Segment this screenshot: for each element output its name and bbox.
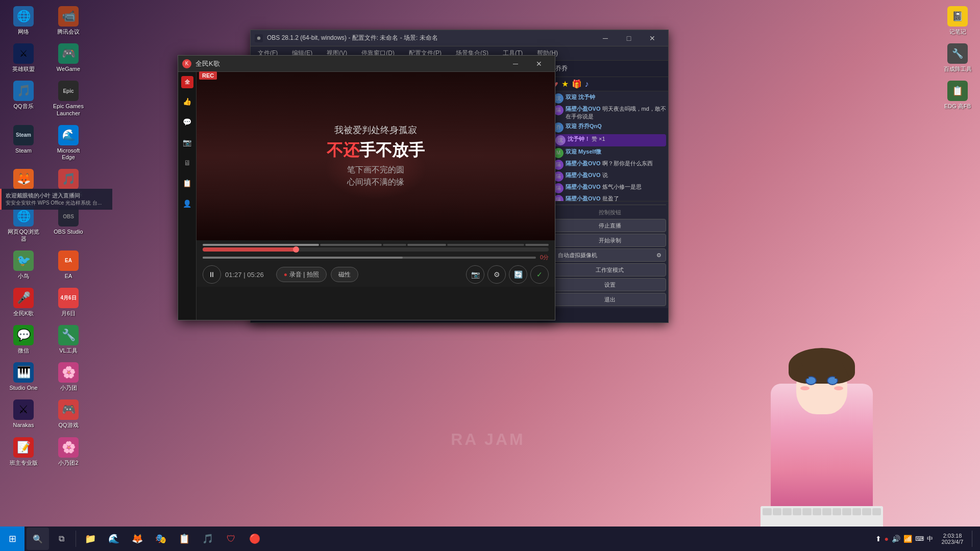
vl-label: VL工具 bbox=[59, 347, 77, 354]
chat-msg-2-text: 隔壁小盈OVO 明天夜去吗哦，md，敢不在手你说是 bbox=[566, 105, 666, 121]
obs-virtual-camera-settings-icon[interactable]: ⚙ bbox=[656, 252, 662, 259]
file-explorer-icon: 📁 bbox=[85, 533, 96, 544]
desktop-icon-vl[interactable]: 🔧 VL工具 bbox=[49, 323, 88, 356]
desktop-icon-xiaonai[interactable]: 🌸 小乃团 bbox=[49, 360, 88, 393]
desktop-icon-steam[interactable]: Steam Steam bbox=[4, 123, 43, 163]
show-desktop-button[interactable] bbox=[972, 531, 974, 547]
desktop-icon-bird[interactable]: 🐦 小鸟 bbox=[4, 248, 43, 282]
network-label: 网络 bbox=[18, 29, 29, 35]
ktv-playback-bar[interactable] bbox=[203, 247, 549, 252]
desktop-icon-qqbrowser[interactable]: 🌐 网页QQ浏览器 bbox=[4, 204, 43, 244]
taskbar-start-button[interactable]: ⊞ bbox=[0, 527, 24, 551]
key5 bbox=[802, 508, 812, 515]
taskbar-system-tray: ⬆ ● 🔊 📶 ⌨ 中 2:03:18 2023/4/7 bbox=[875, 531, 980, 547]
tool-icon: 🔧 bbox=[947, 43, 968, 64]
ktv-sidebar: 全 👍 💬 📷 🖥 📋 👤 bbox=[178, 72, 197, 320]
ktv-sidebar-playlist-icon[interactable]: 📋 bbox=[180, 176, 194, 190]
desktop-icons-right: 📓 记笔记 🔧 百成阵工具 📋 EDG 高FB bbox=[939, 4, 976, 112]
ktv-record-photo-button[interactable]: ● 录音 | 拍照 bbox=[276, 267, 327, 282]
chat-msg-7-text: 隔壁小盈OVO 炼气小修一是思 bbox=[566, 183, 642, 193]
key12 bbox=[872, 508, 881, 515]
tray-icon-4: 📶 bbox=[903, 535, 912, 543]
taskbar-task-view[interactable]: ⧉ bbox=[50, 528, 72, 550]
taskbar-app6[interactable]: 🎵 bbox=[197, 528, 219, 550]
desktop-icon-wegame[interactable]: 🎮 WeGame bbox=[49, 41, 88, 74]
desktop-icon-epic[interactable]: Epic Epic Games Launcher bbox=[49, 79, 88, 118]
desktop-icon-april[interactable]: 4月6日 月6日 bbox=[49, 286, 88, 319]
desktop-icon-ea[interactable]: EA EA bbox=[49, 248, 88, 282]
ktv-minimize-button[interactable]: ─ bbox=[504, 56, 527, 72]
ktv-loop-button[interactable]: 🔄 bbox=[509, 265, 527, 284]
desktop-icon-lol[interactable]: ⚔ 英雄联盟 bbox=[4, 41, 43, 74]
floating-notification: 欢迎戴眼镜的小叶 进入直播间 安安全安软件 WPS Office 光边样系统 台… bbox=[0, 189, 112, 210]
ktv-sidebar-like-icon[interactable]: 👍 bbox=[180, 94, 194, 109]
chat-msg-3-text: 双迎 乔乔QnQ bbox=[566, 122, 602, 133]
obs-titlebar: ⏺ OBS 28.1.2 (64-bit, windows) - 配置文件: 未… bbox=[251, 30, 668, 46]
ktv-pause-button[interactable]: ⏸ bbox=[203, 265, 221, 284]
desktop-icon-narakas[interactable]: ⚔ Narakas bbox=[4, 397, 43, 431]
ktv-vol-bar-1 bbox=[203, 257, 536, 259]
desktop-icon-qqmusic[interactable]: 🎵 QQ音乐 bbox=[4, 79, 43, 118]
ktv-magnetic-button[interactable]: 磁性 bbox=[331, 267, 358, 282]
taskbar-file-explorer[interactable]: 📁 bbox=[79, 528, 102, 550]
desktop-icon-banzhu[interactable]: 📝 班主专业版 bbox=[4, 435, 43, 468]
obs-exit-button[interactable]: 退出 bbox=[553, 293, 666, 306]
ktv-playback-dot bbox=[293, 246, 299, 253]
ktv-settings-button[interactable]: ⚙ bbox=[487, 265, 506, 284]
ktv-sidebar-user-icon[interactable]: 👤 bbox=[180, 196, 194, 211]
desktop-icon-meeting[interactable]: 📹 腾讯会议 bbox=[49, 4, 88, 37]
desktop-icon-ktv[interactable]: 🎤 全民K歌 bbox=[4, 286, 43, 319]
obs-stop-stream-button[interactable]: 停止直播 bbox=[553, 219, 666, 232]
ktv-sidebar-monitor-icon[interactable]: 🖥 bbox=[180, 156, 194, 170]
desktop-icon-obs[interactable]: OBS OBS Studio bbox=[49, 204, 88, 244]
taskbar-app5[interactable]: 📋 bbox=[173, 528, 195, 550]
steam-icon: Steam bbox=[13, 125, 34, 145]
obs-virtual-camera-button[interactable]: 自动虚拟摄像机 ⚙ bbox=[553, 248, 666, 262]
desktop-icon-notes[interactable]: 📓 记笔记 bbox=[939, 4, 976, 37]
desktop-icon-studio-one[interactable]: 🎹 Studio One bbox=[4, 360, 43, 393]
ktv-sidebar-camera-icon[interactable]: 📷 bbox=[180, 135, 194, 149]
anime-character bbox=[748, 353, 896, 527]
steam-label: Steam bbox=[15, 147, 32, 154]
obs-maximize-button[interactable]: □ bbox=[617, 30, 641, 46]
ktv-sidebar-home-icon[interactable]: 全 bbox=[181, 76, 193, 88]
taskbar-edge[interactable]: 🌊 bbox=[103, 528, 125, 550]
ktv-sidebar-comment-icon[interactable]: 💬 bbox=[180, 115, 194, 129]
banzhu-icon: 📝 bbox=[13, 437, 34, 458]
tray-icon-3: 🔊 bbox=[892, 535, 900, 543]
obs-minimize-button[interactable]: ─ bbox=[594, 30, 617, 46]
ktv-close-button[interactable]: ✕ bbox=[527, 56, 551, 72]
desktop-icon-tool2[interactable]: 📋 EDG 高FB bbox=[939, 79, 976, 112]
ktv-right-controls: 📷 ⚙ 🔄 ✓ bbox=[466, 265, 549, 284]
desktop-icons-area: 🌐 网络 📹 腾讯会议 ⚔ 英雄联盟 🎮 WeGame 🎵 QQ音乐 Epic … bbox=[4, 4, 90, 468]
desktop-icon-wechat[interactable]: 💬 微信 bbox=[4, 323, 43, 356]
bird-icon: 🐦 bbox=[13, 251, 34, 271]
desktop: 🌐 网络 📹 腾讯会议 ⚔ 英雄联盟 🎮 WeGame 🎵 QQ音乐 Epic … bbox=[0, 0, 980, 551]
taskbar-app8[interactable]: 🔴 bbox=[243, 528, 266, 550]
obs-app-icon: ⏺ bbox=[255, 34, 263, 42]
taskbar-app4[interactable]: 🎭 bbox=[150, 528, 172, 550]
chat-msg-2: 隔 隔壁小盈OVO 明天夜去吗哦，md，敢不在手你说是 bbox=[553, 105, 666, 121]
search-icon: 🔍 bbox=[33, 534, 43, 544]
obs-start-recording-button[interactable]: 开始录制 bbox=[553, 234, 666, 247]
taskbar-search[interactable]: 🔍 bbox=[27, 528, 49, 550]
anime-char-laptop bbox=[761, 506, 883, 527]
ktv-screenshot-button[interactable]: 📷 bbox=[466, 265, 484, 284]
lol-label: 英雄联盟 bbox=[12, 66, 35, 72]
obs-settings-button[interactable]: 设置 bbox=[553, 278, 666, 291]
desktop-icon-network[interactable]: 🌐 网络 bbox=[4, 4, 43, 37]
taskbar-firefox[interactable]: 🦊 bbox=[126, 528, 149, 550]
qqmusic-label: QQ音乐 bbox=[13, 103, 33, 110]
obs-window-controls: ─ □ ✕ bbox=[594, 30, 664, 46]
ea-label: EA bbox=[65, 273, 72, 280]
obs-close-button[interactable]: ✕ bbox=[641, 30, 664, 46]
ktv-confirm-button[interactable]: ✓ bbox=[530, 265, 549, 284]
desktop-icon-xiaonai2[interactable]: 🌸 小乃团2 bbox=[49, 435, 88, 468]
desktop-icon-qqgame[interactable]: 🎮 QQ游戏 bbox=[49, 397, 88, 431]
april-label: 月6日 bbox=[61, 310, 76, 317]
taskbar-clock[interactable]: 2:03:18 2023/4/7 bbox=[937, 533, 968, 545]
desktop-icon-tool[interactable]: 🔧 百成阵工具 bbox=[939, 41, 976, 74]
taskbar-app7[interactable]: 🛡 bbox=[220, 528, 242, 550]
desktop-icon-edge[interactable]: 🌊 Microsoft Edge bbox=[49, 123, 88, 163]
obs-studio-mode-button[interactable]: 工作室模式 bbox=[553, 263, 666, 277]
